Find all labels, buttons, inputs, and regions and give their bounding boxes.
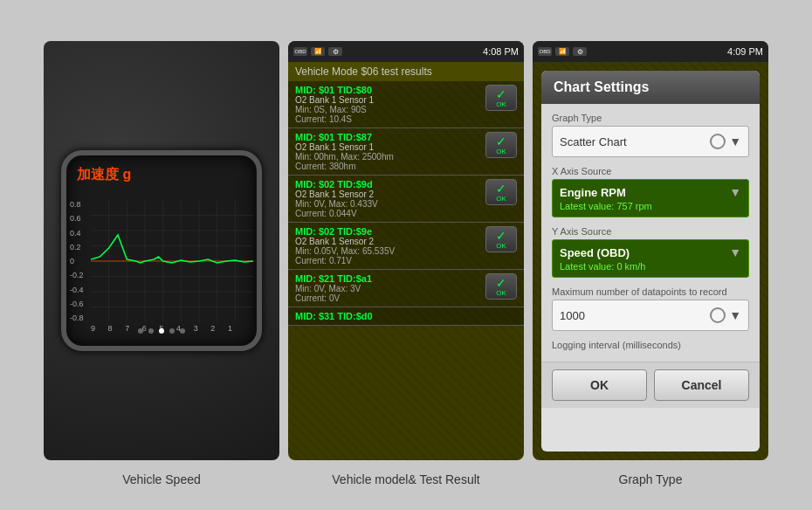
dialog-body: Graph Type Scatter Chart ▼ X Axis Source: [541, 104, 760, 362]
wifi-icon3: ⚙: [573, 47, 587, 56]
signal-icon: 📶: [311, 47, 325, 56]
y-label-02: 0.2: [70, 243, 84, 252]
test-item-2: MID: $01 TID:$87 O2 Bank 1 Sensor 1 Min:…: [288, 128, 524, 176]
ok-text-4: OK: [496, 242, 506, 250]
graph-type-dropdown[interactable]: Scatter Chart ▼: [552, 126, 749, 157]
dialog-box: Chart Settings Graph Type Scatter Chart …: [541, 71, 760, 451]
status-time3: 4:09 PM: [727, 46, 763, 57]
dialog-title: Chart Settings: [541, 71, 760, 104]
screens-container: 加速度 g 0.8 0.6 0.4 0.2 0 -0.2 -0.4 -0.6 -…: [26, 24, 786, 486]
graph-type-label: Graph Type: [552, 113, 749, 123]
wifi-icon: ⚙: [328, 47, 342, 56]
check-icon-5: ✓: [496, 277, 506, 289]
test-mid-5: MID: $21 TID:$a1: [295, 273, 485, 284]
x-axis-label: X Axis Source: [552, 166, 749, 176]
test-item-5-info: MID: $21 TID:$a1 Min: 0V, Max: 3VCurrent…: [295, 273, 485, 303]
test-mid-2: MID: $01 TID:$87: [295, 132, 485, 142]
gauge-container: 加速度 g 0.8 0.6 0.4 0.2 0 -0.2 -0.4 -0.6 -…: [61, 150, 262, 351]
test-item-5: MID: $21 TID:$a1 Min: 0V, Max: 3VCurrent…: [288, 270, 524, 307]
ok-text-2: OK: [496, 148, 506, 155]
dot-2: [148, 328, 154, 334]
ok-badge-2: ✓ OK: [485, 132, 517, 158]
y-label-m02: -0.2: [70, 271, 84, 279]
dot-4: [169, 328, 175, 334]
y-axis-arrow: ▼: [729, 245, 741, 259]
radio-circle-max: [710, 307, 726, 323]
x-axis-row: Engine RPM ▼: [560, 185, 741, 199]
x-axis-field: X Axis Source Engine RPM ▼ Latest value:…: [552, 166, 749, 217]
status-bar3: OBD 📶 ⚙ 4:09 PM: [533, 41, 768, 62]
max-points-field: Maximum number of datapoints to record 1…: [552, 286, 749, 331]
obd-icon3: OBD: [538, 47, 552, 56]
y-axis-dropdown[interactable]: Speed (OBD) ▼ Latest value: 0 km/h: [552, 239, 749, 278]
test-values-4: Min: 0.05V, Max: 65.535VCurrent: 0.71V: [295, 246, 485, 265]
screen1-wrapper: 加速度 g 0.8 0.6 0.4 0.2 0 -0.2 -0.4 -0.6 -…: [44, 41, 279, 486]
dialog-footer: OK Cancel: [541, 362, 760, 408]
y-label-04: 0.4: [70, 229, 84, 238]
test-item-4: MID: $02 TID:$9e O2 Bank 1 Sensor 2 Min:…: [288, 223, 524, 270]
chart-svg: [91, 200, 253, 322]
logging-label: Logging interval (milliseconds): [552, 340, 749, 350]
test-item-1-info: MID: $01 TID:$80 O2 Bank 1 Sensor 1 Min:…: [295, 85, 485, 124]
test-mid-1: MID: $01 TID:$80: [295, 85, 485, 95]
ok-badge-1: ✓ OK: [485, 85, 517, 111]
check-icon-4: ✓: [496, 230, 506, 242]
y-label-m04: -0.4: [70, 286, 84, 294]
graph-type-field: Graph Type Scatter Chart ▼: [552, 113, 749, 157]
screen2-label: Vehicle model& Test Result: [332, 467, 479, 486]
dot-5: [180, 328, 185, 334]
ok-badge-4: ✓ OK: [485, 226, 517, 252]
gauge-title: 加速度 g: [77, 166, 131, 184]
obd-icon: OBD: [293, 47, 307, 56]
radio-circle-graph: [710, 134, 726, 149]
screen3-label: Graph Type: [619, 467, 683, 486]
ok-text-3: OK: [496, 195, 506, 203]
ok-badge-5: ✓ OK: [485, 273, 517, 300]
test-item-6: MID: $31 TID:$d0: [288, 307, 524, 326]
ok-text-1: OK: [496, 100, 506, 108]
x-axis-value: Engine RPM: [560, 186, 626, 199]
graph-type-value: Scatter Chart: [560, 135, 710, 148]
chart-area: 0.8 0.6 0.4 0.2 0 -0.2 -0.4 -0.6 -0.8: [66, 200, 257, 322]
ok-button[interactable]: OK: [552, 369, 647, 401]
cancel-button[interactable]: Cancel: [654, 369, 749, 401]
test-sensor-3: O2 Bank 1 Sensor 2: [295, 190, 485, 199]
y-axis-sub: Latest value: 0 km/h: [560, 261, 741, 272]
check-icon-1: ✓: [496, 88, 506, 100]
dot-3-active: [159, 328, 164, 334]
test-values-2: Min: 00hm, Max: 2500hmCurrent: 380hm: [295, 152, 485, 171]
y-axis-labels: 0.8 0.6 0.4 0.2 0 -0.2 -0.4 -0.6 -0.8: [70, 200, 84, 322]
test-item-2-info: MID: $01 TID:$87 O2 Bank 1 Sensor 1 Min:…: [295, 132, 485, 171]
y-label-0: 0: [70, 257, 84, 265]
x-axis-dropdown[interactable]: Engine RPM ▼ Latest value: 757 rpm: [552, 179, 749, 217]
max-points-value: 1000: [560, 309, 710, 322]
dot-1: [138, 328, 143, 334]
y-label-m08: -0.8: [70, 314, 84, 322]
screen2-wrapper: OBD 📶 ⚙ 4:08 PM Vehicle Mode $06 test re…: [288, 41, 524, 486]
x-axis-arrow: ▼: [729, 185, 741, 199]
check-icon-2: ✓: [496, 135, 506, 148]
test-mid-3: MID: $02 TID:$9d: [295, 179, 485, 190]
test-values-3: Min: 0V, Max: 0.433VCurrent: 0.044V: [295, 199, 485, 218]
max-points-dropdown[interactable]: 1000 ▼: [552, 300, 749, 331]
max-points-arrow: ▼: [729, 308, 741, 322]
test-values-5: Min: 0V, Max: 3VCurrent: 0V: [295, 284, 485, 303]
test-values-1: Min: 0S, Max: 90SCurrent: 10.4S: [295, 105, 485, 124]
check-icon-3: ✓: [496, 183, 506, 195]
test-item-3: MID: $02 TID:$9d O2 Bank 1 Sensor 2 Min:…: [288, 176, 524, 223]
y-axis-value: Speed (OBD): [560, 246, 630, 259]
status-time2: 4:08 PM: [483, 46, 519, 57]
y-axis-row: Speed (OBD) ▼: [560, 245, 741, 259]
page-dots: [138, 328, 185, 334]
screen3-wrapper: OBD 📶 ⚙ 4:09 PM Chart Settings Graph Typ…: [533, 41, 768, 486]
test-item-3-info: MID: $02 TID:$9d O2 Bank 1 Sensor 2 Min:…: [295, 179, 485, 218]
y-axis-label: Y Axis Source: [552, 226, 749, 237]
logging-field: Logging interval (milliseconds): [552, 340, 749, 353]
test-item-1: MID: $01 TID:$80 O2 Bank 1 Sensor 1 Min:…: [288, 81, 524, 128]
test-mid-6: MID: $31 TID:$d0: [295, 311, 517, 321]
test-mid-4: MID: $02 TID:$9e: [295, 226, 485, 237]
y-label-08: 0.8: [70, 200, 84, 209]
ok-badge-3: ✓ OK: [485, 179, 517, 205]
test-sensor-4: O2 Bank 1 Sensor 2: [295, 237, 485, 246]
y-label-m06: -0.6: [70, 300, 84, 308]
